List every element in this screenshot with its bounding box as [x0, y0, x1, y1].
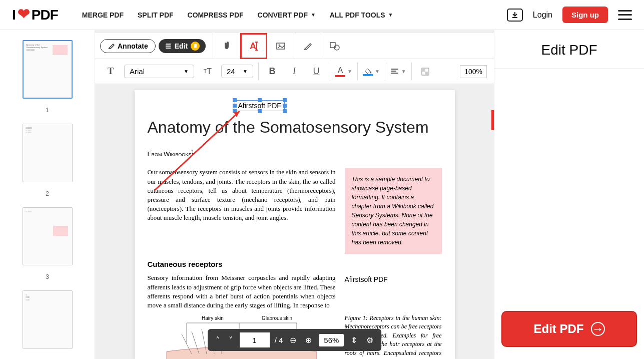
resize-handle[interactable]: [283, 109, 287, 113]
textbox-content: Afirstsoft PDF: [238, 102, 281, 110]
list-icon: [165, 43, 172, 50]
thumb-num-2: 2: [46, 190, 49, 197]
zoom-in-button[interactable]: ⊕: [303, 335, 314, 345]
bold-button[interactable]: B: [264, 63, 281, 81]
body-para-1: Our somatosensory system consists of sen…: [148, 168, 336, 254]
edit-mode-button[interactable]: Edit ♛: [159, 39, 206, 53]
text-color-button[interactable]: A ▼: [335, 66, 352, 77]
nav-split[interactable]: SPLIT PDF: [138, 11, 174, 19]
main-area: Anatomy of the Somatosensory System□□□□□…: [0, 30, 644, 359]
nav-convert[interactable]: CONVERT PDF▼: [258, 11, 316, 19]
fit-height-icon[interactable]: ⇕: [349, 335, 359, 345]
nav-merge-label: MERGE PDF: [82, 11, 124, 19]
font-family-value: Arial: [130, 67, 145, 76]
logo-pre: I: [12, 7, 16, 23]
selected-text-box[interactable]: Afirstsoft PDF: [235, 100, 285, 111]
hand-tool-icon[interactable]: [213, 33, 240, 59]
caret-down-icon: ▼: [347, 69, 352, 74]
annotate-button[interactable]: Annotate: [100, 39, 156, 53]
svg-text:Glabrous skin: Glabrous skin: [262, 315, 292, 321]
add-text-tool-icon[interactable]: A: [240, 33, 267, 59]
nav-all-tools[interactable]: ALL PDF TOOLS▼: [330, 11, 393, 19]
image-tool-icon[interactable]: [267, 33, 294, 59]
resize-handle[interactable]: [258, 98, 262, 102]
caret-down-icon: ▼: [388, 12, 393, 18]
download-desktop-icon[interactable]: [507, 9, 523, 22]
thumbnail-3[interactable]: □□□□□: [23, 207, 73, 266]
nav-convert-label: CONVERT PDF: [258, 11, 308, 19]
signup-button[interactable]: Sign up: [562, 7, 608, 23]
fill-color-button[interactable]: ▼: [363, 67, 380, 76]
tool-group: A: [213, 33, 348, 59]
resize-handle[interactable]: [233, 104, 237, 108]
top-right: Login Sign up: [507, 7, 632, 23]
logo[interactable]: I ❤ PDF: [12, 6, 58, 24]
right-panel: Edit PDF Edit PDF →: [494, 30, 644, 359]
thumbnail-panel: Anatomy of the Somatosensory System□□□□□…: [0, 30, 95, 359]
next-page-button[interactable]: ˅: [227, 335, 235, 345]
nav-compress[interactable]: COMPRESS PDF: [188, 11, 244, 19]
font-size-icon: TT: [199, 63, 216, 81]
document-subtitle: From Wikibooks1: [135, 140, 455, 158]
resize-handle[interactable]: [283, 104, 287, 108]
top-navigation: I ❤ PDF MERGE PDF SPLIT PDF COMPRESS PDF…: [0, 0, 644, 30]
align-icon: [390, 68, 399, 75]
heart-icon: ❤: [18, 5, 30, 23]
annotate-label: Annotate: [118, 42, 148, 50]
pen-icon: [108, 43, 115, 50]
caret-down-icon: ▼: [184, 69, 189, 74]
login-link[interactable]: Login: [533, 11, 552, 20]
menu-icon[interactable]: [618, 10, 632, 20]
settings-icon[interactable]: ⚙: [364, 335, 375, 345]
underline-button[interactable]: U: [308, 63, 325, 81]
nav-compress-label: COMPRESS PDF: [188, 11, 244, 19]
font-family-select[interactable]: Arial ▼: [124, 65, 194, 78]
zoom-percent[interactable]: 56%: [319, 334, 344, 346]
zoom-value[interactable]: 100%: [460, 65, 487, 78]
caret-down-icon: ▼: [401, 69, 406, 74]
edit-label: Edit: [175, 42, 188, 50]
prev-page-button[interactable]: ˄: [214, 335, 222, 345]
thumbnail-2[interactable]: □□□□□□□□□□□□□□□: [23, 124, 73, 182]
edit-pdf-button-label: Edit PDF: [534, 322, 584, 336]
nav-merge[interactable]: MERGE PDF: [82, 11, 124, 19]
section-heading: Cutaneous receptors: [135, 254, 455, 271]
document-canvas[interactable]: Afirstsoft PDF Anatomy of the Somatosens…: [95, 84, 494, 359]
caret-down-icon: ▼: [243, 69, 248, 74]
nav-split-label: SPLIT PDF: [138, 11, 174, 19]
zoom-out-button[interactable]: ⊖: [288, 335, 298, 345]
logo-post: PDF: [32, 7, 58, 23]
page-total: / 4: [275, 336, 283, 344]
nav-all-label: ALL PDF TOOLS: [330, 11, 385, 19]
shapes-tool-icon[interactable]: [321, 33, 348, 59]
svg-rect-9: [422, 68, 425, 72]
resize-handle[interactable]: [233, 109, 237, 113]
main-toolbar: Annotate Edit ♛ A: [95, 33, 494, 59]
svg-point-5: [278, 44, 280, 46]
pencil-tool-icon[interactable]: [294, 33, 321, 59]
crown-icon: ♛: [191, 42, 200, 51]
page-nav-bar: ˄ ˅ / 4 ⊖ ⊕ 56% ⇕ ⚙: [208, 329, 382, 351]
align-button[interactable]: ▼: [390, 68, 406, 75]
text-tool-icon[interactable]: T: [102, 63, 119, 81]
resize-handle[interactable]: [283, 98, 287, 102]
editor-area: Annotate Edit ♛ A T Arial ▼ TT: [95, 30, 494, 359]
italic-button[interactable]: I: [286, 63, 303, 81]
thumbnail-4[interactable]: □□□□□□□: [23, 290, 73, 349]
font-size-select[interactable]: 24 ▼: [221, 65, 253, 78]
document-title: Anatomy of the Somatosensory System: [135, 104, 455, 140]
body-para-2: Sensory information from Meissner corpus…: [148, 273, 336, 310]
thumbnail-1[interactable]: Anatomy of the Somatosensory System□□□□□…: [23, 40, 73, 99]
edit-pdf-button[interactable]: Edit PDF →: [501, 311, 637, 347]
resize-handle[interactable]: [233, 98, 237, 102]
thumb-num-1: 1: [46, 107, 49, 114]
transparency-icon[interactable]: [417, 63, 434, 81]
svg-text:Hairy skin: Hairy skin: [202, 315, 224, 321]
page-number-input[interactable]: [240, 332, 270, 347]
resize-handle[interactable]: [258, 109, 262, 113]
caret-down-icon: ▼: [311, 12, 316, 18]
arrow-right-circle-icon: →: [591, 322, 605, 336]
sample-note-box: This is a sample document to showcase pa…: [345, 168, 442, 254]
font-size-value: 24: [227, 67, 235, 76]
caret-down-icon: ▼: [375, 69, 380, 74]
